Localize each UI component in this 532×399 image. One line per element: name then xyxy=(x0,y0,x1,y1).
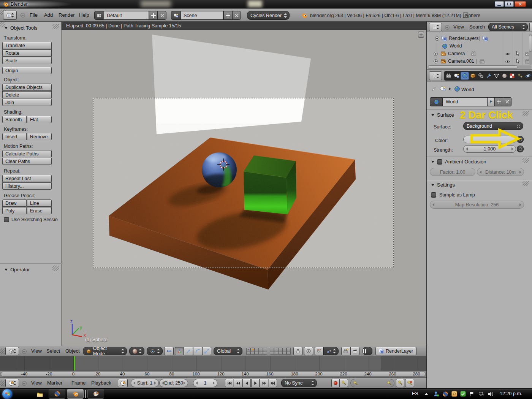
ao-distance-slider[interactable]: Distance: 10m xyxy=(477,168,524,176)
menu-object[interactable]: Object xyxy=(65,347,80,356)
expand-icon[interactable] xyxy=(435,36,439,41)
insert-keyframes-button[interactable] xyxy=(396,379,404,387)
outliner-filter-dropdown[interactable]: All Scenes xyxy=(488,23,528,31)
outliner-vscrollbar[interactable] xyxy=(529,34,532,65)
settings-panel-header[interactable]: Settings xyxy=(431,182,455,188)
tab-render[interactable] xyxy=(445,72,453,80)
layers-grid-1[interactable] xyxy=(246,348,267,355)
visibility-eye-icon[interactable] xyxy=(505,51,510,57)
ao-factor-slider[interactable]: Factor: 1.00 xyxy=(430,168,475,176)
repeat-last-button[interactable]: Repeat Last xyxy=(2,175,52,182)
expand-icon[interactable] xyxy=(434,59,438,63)
play-reverse-button[interactable] xyxy=(242,379,251,387)
sync-dropdown[interactable]: No Sync xyxy=(281,379,317,387)
tree-row-scene-partial[interactable]: Scene xyxy=(427,32,532,34)
start-frame-field[interactable]: Start: 1 xyxy=(131,379,159,387)
volume-tray-icon[interactable] xyxy=(488,391,494,397)
grease-poly-button[interactable]: Poly xyxy=(2,207,27,214)
layout-add-button[interactable] xyxy=(149,11,158,20)
pin-icon[interactable] xyxy=(431,86,437,92)
smooth-button[interactable]: Smooth xyxy=(2,116,27,123)
scrollbar-thumb[interactable] xyxy=(428,65,518,69)
region-corner-grip[interactable] xyxy=(0,380,5,386)
tab-data[interactable] xyxy=(493,72,500,80)
keying-set-field[interactable] xyxy=(350,379,394,387)
system-clock[interactable]: 12:20 p.m. xyxy=(500,391,522,396)
sample-as-lamp-checkbox[interactable] xyxy=(431,192,436,198)
menu-frame[interactable]: Frame xyxy=(71,378,86,388)
editor-type-button[interactable] xyxy=(429,71,442,80)
editor-type-button[interactable] xyxy=(5,379,19,387)
scene-add-button[interactable] xyxy=(223,11,232,20)
current-frame-field[interactable]: 1 xyxy=(193,379,217,387)
scene-icon-button[interactable] xyxy=(171,11,181,20)
layers-grid-2[interactable] xyxy=(270,348,291,355)
timeline-ruler[interactable]: -40 -20 0 20 40 60 80 100 120 140 160 18… xyxy=(0,370,426,377)
maximize-button[interactable] xyxy=(505,1,514,7)
insert-keyframe-button[interactable]: Insert xyxy=(2,133,27,140)
action-center-flag-icon[interactable] xyxy=(469,391,475,397)
messenger-tray-icon[interactable] xyxy=(433,391,439,397)
taskbar-firefox-button[interactable] xyxy=(49,389,65,399)
tree-row-camera[interactable]: Camera xyxy=(427,50,532,58)
firefox-tray-icon[interactable] xyxy=(442,391,448,397)
layout-icon-button[interactable] xyxy=(94,11,104,20)
jump-to-start-button[interactable] xyxy=(225,379,233,387)
jump-to-end-button[interactable] xyxy=(269,379,277,387)
tab-scene[interactable] xyxy=(453,72,461,80)
scrollbar-thumb[interactable] xyxy=(529,35,532,52)
translate-button[interactable]: Translate xyxy=(2,42,52,49)
selectability-cursor-icon[interactable] xyxy=(515,59,520,64)
use-preview-range-button[interactable] xyxy=(118,379,128,387)
opengl-render-anim-button[interactable] xyxy=(350,347,359,355)
world-datablock-menu[interactable] xyxy=(430,97,443,106)
selectability-cursor-icon[interactable] xyxy=(515,51,520,56)
editor-type-button[interactable] xyxy=(5,347,19,355)
menu-playback[interactable]: Playback xyxy=(91,378,111,388)
region-corner-grip[interactable] xyxy=(0,22,5,27)
manipulator-translate-button[interactable] xyxy=(175,347,184,355)
menu-add[interactable]: Add xyxy=(44,11,53,20)
scene-name-field[interactable]: Scene xyxy=(181,11,223,20)
start-button[interactable] xyxy=(2,389,12,399)
collapse-menus-icon[interactable] xyxy=(21,13,25,17)
grease-erase-button[interactable]: Erase xyxy=(27,207,52,214)
mode-dropdown[interactable]: Object Mode xyxy=(83,347,127,355)
delete-keyframes-button[interactable] xyxy=(405,379,414,387)
opengl-render-button[interactable] xyxy=(341,347,350,355)
taskbar-paint-button[interactable] xyxy=(87,389,104,399)
rotate-button[interactable]: Rotate xyxy=(2,49,52,57)
item-label[interactable]: Camera.001 xyxy=(448,59,474,64)
tab-physics[interactable] xyxy=(524,72,532,80)
history-button[interactable]: History... xyxy=(2,182,52,190)
remove-keyframe-button[interactable]: Remove xyxy=(27,133,52,140)
auto-keyframe-button[interactable] xyxy=(331,379,340,387)
tree-row-renderlayers[interactable]: RenderLayers xyxy=(427,35,532,43)
panel-drag-grip[interactable] xyxy=(522,111,529,116)
tab-material[interactable] xyxy=(500,72,508,80)
window-duplicate-icon[interactable] xyxy=(462,12,469,19)
lock-to-scene-button[interactable] xyxy=(293,347,302,355)
menu-search[interactable]: Search xyxy=(469,22,485,32)
collapse-menus-icon[interactable] xyxy=(22,349,27,354)
filter-extra-button[interactable] xyxy=(529,23,532,31)
render-engine-dropdown[interactable]: Cycles Render xyxy=(247,11,290,20)
viewport-canvas[interactable]: z y x (1) Sphere xyxy=(62,30,426,346)
tree-row-world[interactable]: World xyxy=(427,43,532,50)
unlink-datablock-button[interactable] xyxy=(503,97,511,106)
calculate-paths-button[interactable]: Calculate Paths xyxy=(2,150,52,157)
clear-paths-button[interactable]: Clear Paths xyxy=(2,158,52,165)
snap-toggle-button[interactable] xyxy=(315,347,323,355)
item-label[interactable]: RenderLayers xyxy=(449,36,479,41)
antivirus-tray-icon[interactable] xyxy=(460,391,466,397)
menu-view[interactable]: View xyxy=(453,22,464,32)
region-expand-button[interactable] xyxy=(418,32,424,38)
object-tools-panel-header[interactable]: Object Tools xyxy=(5,25,37,31)
orientation-dropdown[interactable]: Global xyxy=(214,347,242,355)
menu-view[interactable]: View xyxy=(31,347,42,356)
updates-tray-icon[interactable] xyxy=(451,391,457,397)
tree-row-camera-001[interactable]: Camera.001 xyxy=(427,58,532,65)
editor-type-button[interactable] xyxy=(429,23,442,31)
tab-world[interactable] xyxy=(461,72,469,80)
menu-select[interactable]: Select xyxy=(46,347,60,356)
